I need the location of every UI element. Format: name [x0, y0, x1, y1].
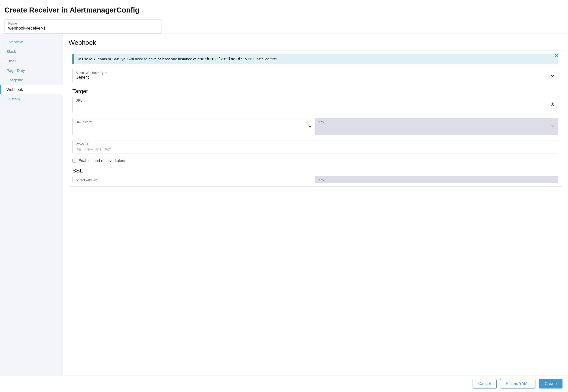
ssl-key-select-disabled: Key [315, 176, 558, 183]
sidebar-item-label: Custom [7, 97, 20, 101]
sidebar-item-custom[interactable]: Custom [0, 94, 63, 104]
url-field[interactable]: URL [72, 97, 558, 113]
secret-ca-select[interactable]: Secret with CA [72, 176, 315, 183]
checkbox-icon [72, 159, 76, 163]
target-heading: Target [72, 88, 558, 95]
sidebar-item-label: Email [7, 59, 16, 63]
ssl-heading: SSL [72, 167, 558, 174]
key-label: Key [319, 120, 555, 124]
sidebar-item-label: PagerDuty [7, 68, 25, 73]
secret-ca-label: Secret with CA [76, 178, 312, 182]
proxy-url-label: Proxy URL [76, 142, 555, 146]
svg-rect-2 [552, 104, 552, 105]
sidebar-item-label: Webhook [7, 87, 23, 92]
info-banner: To use MS Teams or SMS you will need to … [72, 54, 558, 64]
info-banner-text-prefix: To use MS Teams or SMS you will need to … [77, 57, 197, 61]
proxy-url-input[interactable] [76, 146, 547, 151]
webhook-type-value: Generic [76, 75, 555, 81]
close-icon[interactable] [554, 53, 559, 59]
sidebar-item-label: Slack [7, 49, 16, 54]
name-input[interactable] [8, 26, 158, 31]
key-value [319, 124, 555, 130]
sidebar-item-label: Opsgenie [7, 78, 23, 82]
sidebar: Overview Slack Email PagerDuty Opsgenie … [0, 34, 63, 375]
main-content: Webhook To use MS Teams or SMS you will … [63, 34, 568, 375]
url-input[interactable] [76, 103, 547, 107]
webhook-card: To use MS Teams or SMS you will need to … [69, 51, 562, 187]
sidebar-item-opsgenie[interactable]: Opsgenie [0, 75, 63, 85]
cancel-button[interactable]: Cancel [473, 379, 497, 388]
sidebar-item-email[interactable]: Email [0, 56, 63, 66]
proxy-url-field[interactable]: Proxy URL [72, 140, 558, 153]
webhook-type-select[interactable]: Select Webhook Type Generic [72, 69, 558, 83]
key-select-disabled: Key [315, 118, 558, 135]
name-field-label: Name [8, 22, 158, 25]
create-button[interactable]: Create [539, 379, 562, 388]
url-secret-label: URL Secret [76, 120, 312, 124]
info-banner-code: rancher-alerting-drivers [197, 57, 255, 61]
sidebar-item-pagerduty[interactable]: PagerDuty [0, 66, 63, 75]
name-field[interactable]: Name [5, 19, 162, 34]
sidebar-item-overview[interactable]: Overview [0, 37, 63, 47]
url-label: URL [76, 99, 555, 102]
url-secret-select[interactable]: URL Secret [72, 118, 315, 135]
info-icon[interactable] [550, 102, 554, 107]
enable-resolved-label: Enable send resolved alerts [78, 158, 126, 163]
page-title: Create Receiver in AlertmanagerConfig [5, 6, 563, 14]
info-banner-text-suffix: installed first. [255, 57, 278, 61]
ssl-key-label: Key [319, 178, 555, 182]
edit-yaml-button[interactable]: Edit as YAML [500, 379, 535, 388]
sidebar-item-label: Overview [7, 40, 23, 44]
webhook-type-label: Select Webhook Type [76, 71, 555, 75]
section-heading-webhook: Webhook [69, 39, 562, 47]
sidebar-item-slack[interactable]: Slack [0, 47, 63, 56]
footer: Cancel Edit as YAML Create [0, 375, 568, 392]
svg-point-1 [552, 103, 553, 104]
url-secret-value [76, 124, 312, 130]
enable-resolved-checkbox[interactable]: Enable send resolved alerts [72, 158, 558, 163]
sidebar-item-webhook[interactable]: Webhook [0, 85, 63, 94]
